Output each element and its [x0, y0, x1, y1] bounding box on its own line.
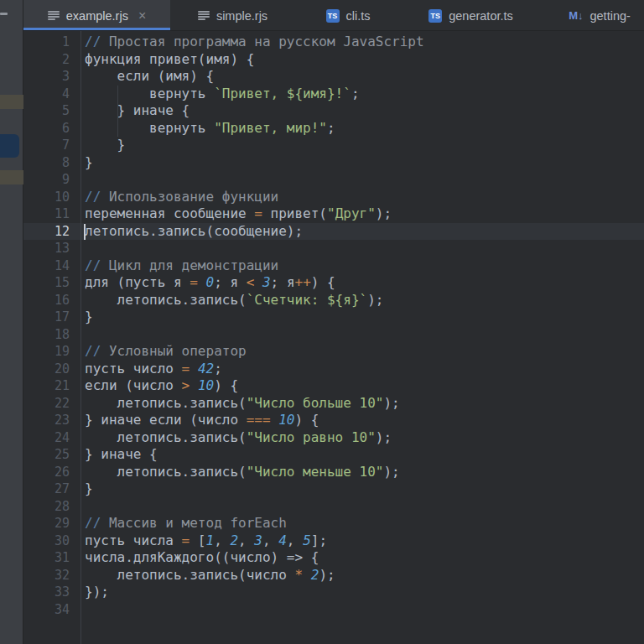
code-line: // Цикл для демонстрации — [85, 257, 644, 275]
typescript-icon: TS — [326, 9, 340, 23]
sidebar-item-highlight[interactable] — [0, 170, 23, 184]
code-line: летопись.запись(сообщение); — [85, 223, 644, 241]
code-line: летопись.запись(число * 2); — [85, 567, 644, 584]
code-line: // Условный оператор — [85, 343, 644, 361]
code-line: переменная сообщение = привет("Друг"); — [85, 205, 644, 223]
line-number[interactable]: 31 — [23, 549, 80, 567]
line-number[interactable]: 8 — [23, 154, 80, 172]
code-editor[interactable]: 1234567891011121314151617181920212223242… — [23, 31, 644, 644]
line-number[interactable]: 12 — [23, 223, 80, 241]
typescript-icon: TS — [428, 9, 442, 23]
line-number[interactable]: 11 — [23, 205, 80, 223]
tab-getting-started-md[interactable]: M↓ getting- — [541, 0, 644, 31]
line-number[interactable]: 18 — [23, 326, 80, 344]
code-line: летопись.запись("Число больше 10"); — [85, 395, 644, 413]
code-line: числа.дляКаждого((число) => { — [85, 549, 644, 567]
code-line: // Использование функции — [85, 189, 644, 206]
file-lines-icon — [48, 11, 60, 21]
code-line: для (пусть я = 0; я < 3; я++) { — [85, 274, 644, 292]
text-cursor — [84, 224, 86, 240]
sidebar-item-selected[interactable] — [0, 134, 19, 158]
code-line: пусть числа = [1, 2, 3, 4, 5]; — [85, 532, 644, 550]
menu-icon[interactable] — [0, 13, 8, 15]
gutter-border — [80, 31, 81, 644]
line-number[interactable]: 20 — [23, 361, 80, 378]
code-line: // Простая программа на русском JavaScri… — [85, 34, 644, 51]
line-number[interactable]: 2 — [23, 51, 80, 69]
code-line: вернуть "Привет, мир!"; — [85, 120, 644, 138]
code-line — [85, 171, 644, 189]
code-line: если (имя) { — [85, 68, 644, 86]
line-number[interactable]: 19 — [23, 343, 80, 361]
line-number[interactable]: 13 — [23, 240, 80, 257]
code-line: } иначе если (число === 10) { — [85, 412, 644, 429]
code-line: летопись.запись("Число равно 10"); — [85, 429, 644, 447]
line-number[interactable]: 14 — [23, 257, 80, 275]
code-line — [85, 498, 644, 516]
ide-window: example.rjs × simple.rjs TS cli.ts TS ge… — [0, 0, 644, 644]
tab-label: simple.rjs — [216, 9, 267, 23]
tab-label: generator.ts — [449, 9, 513, 23]
code-line — [85, 326, 644, 344]
line-number[interactable]: 3 — [23, 68, 80, 86]
sidebar-item-highlight[interactable] — [0, 95, 23, 109]
line-number[interactable]: 16 — [23, 292, 80, 309]
line-number[interactable]: 28 — [23, 498, 80, 516]
code-line: } — [85, 480, 644, 498]
line-number[interactable]: 29 — [23, 515, 80, 532]
line-number[interactable]: 22 — [23, 395, 80, 413]
line-number[interactable]: 23 — [23, 412, 80, 429]
line-number[interactable]: 27 — [23, 480, 80, 498]
line-number[interactable]: 15 — [23, 274, 80, 292]
code-line: // Массив и метод forEach — [85, 515, 644, 532]
line-number[interactable]: 33 — [23, 584, 80, 601]
indent-guide — [117, 86, 118, 138]
code-line: летопись.запись("Число меньше 10"); — [85, 464, 644, 481]
code-line: } иначе { — [85, 446, 644, 464]
line-number[interactable]: 34 — [23, 601, 80, 619]
line-number[interactable]: 26 — [23, 464, 80, 481]
code-line: } — [85, 137, 644, 154]
line-number[interactable]: 6 — [23, 120, 80, 138]
tab-example-rjs[interactable]: example.rjs × — [23, 0, 170, 31]
code-line: } иначе { — [85, 102, 644, 120]
tab-simple-rjs[interactable]: simple.rjs — [170, 0, 295, 31]
line-number[interactable]: 32 — [23, 567, 80, 584]
tab-label: getting- — [589, 9, 630, 23]
code-line — [85, 240, 644, 257]
tab-label: cli.ts — [346, 9, 371, 23]
code-line — [85, 601, 644, 619]
close-icon[interactable]: × — [138, 9, 146, 23]
code-line: } — [85, 154, 644, 172]
tab-cli-ts[interactable]: TS cli.ts — [295, 0, 401, 31]
code-line: вернуть `Привет, ${имя}!`; — [85, 86, 644, 103]
tab-bar: example.rjs × simple.rjs TS cli.ts TS ge… — [23, 0, 644, 31]
line-number[interactable]: 4 — [23, 86, 80, 103]
markdown-icon: M↓ — [569, 9, 583, 22]
line-number[interactable]: 5 — [23, 102, 80, 120]
code-line: пусть число = 42; — [85, 361, 644, 378]
code-line: если (число > 10) { — [85, 377, 644, 395]
code-line: функция привет(имя) { — [85, 51, 644, 69]
line-number[interactable]: 9 — [23, 171, 80, 189]
file-lines-icon — [198, 11, 210, 21]
code-line: } — [85, 309, 644, 326]
line-number[interactable]: 7 — [23, 137, 80, 154]
line-number[interactable]: 17 — [23, 309, 80, 326]
line-number[interactable]: 10 — [23, 189, 80, 206]
code-lines[interactable]: // Простая программа на русском JavaScri… — [81, 31, 644, 618]
tab-label: example.rjs — [66, 9, 128, 23]
line-number[interactable]: 25 — [23, 446, 80, 464]
tab-generator-ts[interactable]: TS generator.ts — [401, 0, 541, 31]
line-number[interactable]: 24 — [23, 429, 80, 447]
project-sidebar — [0, 0, 23, 644]
gutter: 1234567891011121314151617181920212223242… — [23, 31, 80, 618]
code-line: }); — [85, 584, 644, 601]
line-number[interactable]: 30 — [23, 532, 80, 550]
line-number[interactable]: 21 — [23, 377, 80, 395]
line-number[interactable]: 1 — [23, 34, 80, 51]
code-line: летопись.запись(`Счетчик: ${я}`); — [85, 292, 644, 309]
